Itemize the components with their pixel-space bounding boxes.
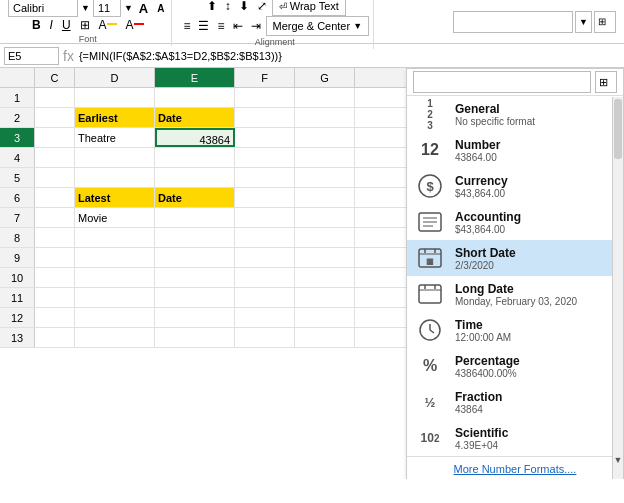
- cell-c9[interactable]: [35, 248, 75, 267]
- cell-g3[interactable]: [295, 128, 355, 147]
- number-format-input[interactable]: [453, 11, 573, 33]
- cell-g6[interactable]: [295, 188, 355, 207]
- cell-d10[interactable]: [75, 268, 155, 287]
- bold-button[interactable]: B: [29, 17, 44, 33]
- cell-f1[interactable]: [235, 88, 295, 107]
- row-header-8[interactable]: 8: [0, 228, 35, 247]
- cell-f4[interactable]: [235, 148, 295, 167]
- cell-c7[interactable]: [35, 208, 75, 227]
- cell-f6[interactable]: [235, 188, 295, 207]
- cell-g1[interactable]: [295, 88, 355, 107]
- cell-d1[interactable]: [75, 88, 155, 107]
- cell-d9[interactable]: [75, 248, 155, 267]
- cell-g8[interactable]: [295, 228, 355, 247]
- align-left-button[interactable]: ≡: [180, 18, 193, 34]
- row-header-11[interactable]: 11: [0, 288, 35, 307]
- cell-d13[interactable]: [75, 328, 155, 347]
- col-header-c[interactable]: C: [35, 68, 75, 87]
- wrap-text-button[interactable]: ⏎ Wrap Text: [272, 0, 346, 16]
- font-size-dropdown-icon[interactable]: ▼: [124, 3, 133, 13]
- format-item-scientific[interactable]: 102 Scientific 4.39E+04: [407, 420, 623, 456]
- cell-g5[interactable]: [295, 168, 355, 187]
- font-color-button[interactable]: A: [123, 17, 147, 33]
- format-search-input[interactable]: [413, 71, 591, 93]
- cell-f7[interactable]: [235, 208, 295, 227]
- row-header-5[interactable]: 5: [0, 168, 35, 187]
- cell-e1[interactable]: [155, 88, 235, 107]
- border-button[interactable]: ⊞: [77, 17, 93, 33]
- increase-font-button[interactable]: A: [136, 0, 151, 17]
- row-header-1[interactable]: 1: [0, 88, 35, 107]
- align-center-button[interactable]: ☰: [195, 18, 212, 34]
- cell-e9[interactable]: [155, 248, 235, 267]
- format-settings-button[interactable]: ⊞: [595, 71, 617, 93]
- cell-f8[interactable]: [235, 228, 295, 247]
- underline-button[interactable]: U: [59, 17, 74, 33]
- number-format-dropdown-button[interactable]: ▼: [575, 11, 592, 33]
- cell-c2[interactable]: [35, 108, 75, 127]
- merge-center-button[interactable]: Merge & Center ▼: [266, 16, 370, 36]
- align-middle-button[interactable]: ↕: [222, 0, 234, 14]
- col-header-f[interactable]: F: [235, 68, 295, 87]
- row-header-9[interactable]: 9: [0, 248, 35, 267]
- font-name-input[interactable]: [8, 0, 78, 17]
- cell-f13[interactable]: [235, 328, 295, 347]
- font-size-input[interactable]: [93, 0, 121, 17]
- cell-d2[interactable]: Earliest: [75, 108, 155, 127]
- decrease-font-button[interactable]: A: [154, 2, 167, 15]
- cell-e6[interactable]: Date: [155, 188, 235, 207]
- cell-g11[interactable]: [295, 288, 355, 307]
- merge-center-dropdown-icon[interactable]: ▼: [353, 21, 362, 31]
- row-header-3[interactable]: 3: [0, 128, 35, 147]
- format-item-short-date[interactable]: ▦ Short Date 2/3/2020: [407, 240, 623, 276]
- cell-d7[interactable]: Movie: [75, 208, 155, 227]
- formula-input[interactable]: [78, 49, 620, 63]
- cell-e5[interactable]: [155, 168, 235, 187]
- row-header-4[interactable]: 4: [0, 148, 35, 167]
- cell-g10[interactable]: [295, 268, 355, 287]
- cell-d5[interactable]: [75, 168, 155, 187]
- cell-g9[interactable]: [295, 248, 355, 267]
- col-header-d[interactable]: D: [75, 68, 155, 87]
- row-header-2[interactable]: 2: [0, 108, 35, 127]
- scrollbar-thumb[interactable]: [614, 99, 622, 159]
- scroll-down-arrow[interactable]: ▼: [613, 455, 623, 465]
- cell-f2[interactable]: [235, 108, 295, 127]
- col-header-e[interactable]: E: [155, 68, 235, 87]
- row-header-12[interactable]: 12: [0, 308, 35, 327]
- more-formats-link[interactable]: More Number Formats....: [407, 456, 623, 479]
- cell-f11[interactable]: [235, 288, 295, 307]
- cell-e8[interactable]: [155, 228, 235, 247]
- cell-d4[interactable]: [75, 148, 155, 167]
- cell-g2[interactable]: [295, 108, 355, 127]
- format-item-currency[interactable]: $ Currency $43,864.00: [407, 168, 623, 204]
- italic-button[interactable]: I: [47, 17, 56, 33]
- fill-color-button[interactable]: A: [96, 17, 120, 33]
- row-header-6[interactable]: 6: [0, 188, 35, 207]
- cell-g12[interactable]: [295, 308, 355, 327]
- text-rotate-button[interactable]: ⤢: [254, 0, 270, 14]
- row-header-10[interactable]: 10: [0, 268, 35, 287]
- cell-c5[interactable]: [35, 168, 75, 187]
- dropdown-scrollbar[interactable]: ▼: [612, 97, 623, 479]
- cell-c1[interactable]: [35, 88, 75, 107]
- format-item-fraction[interactable]: ½ Fraction 43864: [407, 384, 623, 420]
- format-item-general[interactable]: 123 General No specific format: [407, 96, 623, 132]
- cell-reference-input[interactable]: [4, 47, 59, 65]
- cell-e2[interactable]: Date: [155, 108, 235, 127]
- decrease-indent-button[interactable]: ⇤: [230, 18, 246, 34]
- cell-d3[interactable]: Theatre: [75, 128, 155, 147]
- cell-e11[interactable]: [155, 288, 235, 307]
- format-item-accounting[interactable]: Accounting $43,864.00: [407, 204, 623, 240]
- cell-e4[interactable]: [155, 148, 235, 167]
- cell-g4[interactable]: [295, 148, 355, 167]
- font-name-dropdown-icon[interactable]: ▼: [81, 3, 90, 13]
- format-item-time[interactable]: Time 12:00:00 AM: [407, 312, 623, 348]
- cell-f3[interactable]: [235, 128, 295, 147]
- cell-e7[interactable]: [155, 208, 235, 227]
- col-header-g[interactable]: G: [295, 68, 355, 87]
- row-header-13[interactable]: 13: [0, 328, 35, 347]
- cell-d6[interactable]: Latest: [75, 188, 155, 207]
- cell-g13[interactable]: [295, 328, 355, 347]
- cell-c11[interactable]: [35, 288, 75, 307]
